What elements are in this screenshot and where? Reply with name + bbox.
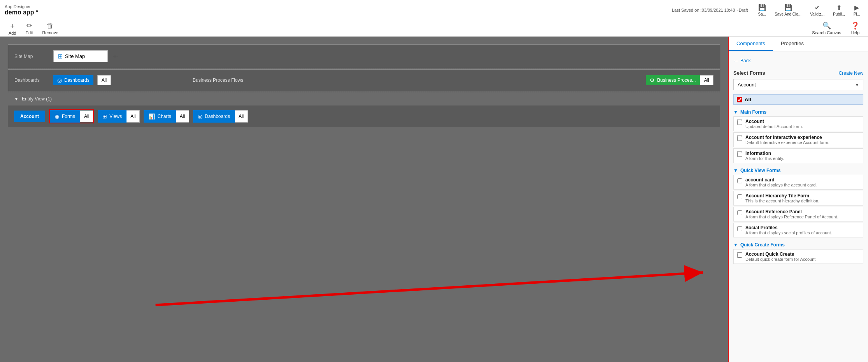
- views-all-button[interactable]: All: [127, 110, 140, 123]
- svg-line-1: [156, 272, 703, 305]
- top-bar: App Designer demo app * Last Saved on :0…: [0, 0, 868, 20]
- help-label: Help: [850, 30, 859, 35]
- right-panel: Components Properties ← Back Select Form…: [728, 37, 868, 362]
- dashboards-row: Dashboards ◎ Dashboards All Business Pro…: [8, 69, 720, 91]
- edit-label: Edit: [26, 30, 33, 35]
- form-interactive-checkbox-wrapper: [737, 135, 742, 141]
- form-account-card-checkbox[interactable]: [737, 178, 742, 183]
- properties-tab[interactable]: Properties: [773, 37, 812, 51]
- charts-button[interactable]: 📊 Charts: [144, 110, 176, 123]
- quick-create-section: ▼ Quick Create Forms Account Quick Creat…: [733, 241, 863, 264]
- views-button[interactable]: ⊞ Views: [98, 110, 127, 123]
- form-reference-panel-text: Account Reference Panel A form that disp…: [745, 209, 838, 219]
- quick-create-toggle[interactable]: ▼ Quick Create Forms: [733, 241, 863, 249]
- panel-content: ← Back Select Forms Create New Account ▼…: [729, 51, 868, 362]
- forms-all-button[interactable]: All: [80, 111, 93, 122]
- entity-view-label: Entity View (1): [22, 96, 52, 102]
- create-new-button[interactable]: Create New: [839, 70, 863, 76]
- main-forms-toggle[interactable]: ▼ Main Forms: [733, 108, 863, 116]
- quick-view-label: Quick View Forms: [740, 168, 781, 173]
- panel-tabs: Components Properties: [729, 37, 868, 51]
- quick-view-toggle-icon: ▼: [733, 168, 738, 173]
- search-canvas-button[interactable]: 🔍 Search Canvas: [808, 21, 845, 36]
- form-account-card-name: account card: [745, 177, 817, 183]
- save-close-button[interactable]: 💾 Save And Clo...: [771, 3, 805, 17]
- main-forms-label: Main Forms: [740, 109, 766, 115]
- form-reference-panel-checkbox[interactable]: [737, 210, 742, 215]
- all-checkbox-row: All: [733, 94, 863, 105]
- form-account-checkbox[interactable]: [737, 120, 742, 125]
- publish-icon: ⬆: [836, 4, 842, 11]
- entity-dashboards-button[interactable]: ◎ Dashboards: [193, 110, 235, 123]
- add-button[interactable]: ＋ Add: [5, 20, 20, 36]
- charts-all-button[interactable]: All: [176, 110, 189, 123]
- sitemap-icon: ⊞: [58, 53, 63, 60]
- publish-label: Publi...: [833, 12, 845, 16]
- form-hierarchy-tile-checkbox[interactable]: [737, 194, 742, 199]
- validate-button[interactable]: ✔ Validiz...: [807, 3, 828, 17]
- entity-dropdown[interactable]: Account: [733, 79, 863, 90]
- bpf-button[interactable]: ⚙ Business Proces...: [646, 75, 699, 85]
- remove-button[interactable]: 🗑 Remove: [39, 21, 62, 36]
- last-saved-text: Last Saved on :03/09/2021 10:48 ~Draft: [672, 8, 748, 12]
- form-account-qc-checkbox[interactable]: [737, 253, 742, 258]
- back-button[interactable]: ← Back: [733, 56, 751, 65]
- charts-group: 📊 Charts All: [144, 110, 189, 123]
- form-social-profiles-checkbox-wrapper: [737, 226, 742, 231]
- components-tab[interactable]: Components: [729, 37, 773, 51]
- entity-view-row: Account ▦ Forms All ⊞ Views All: [8, 105, 720, 127]
- help-button[interactable]: ❓ Help: [847, 21, 863, 36]
- dashboards-all-button[interactable]: All: [97, 75, 111, 85]
- entity-view-header: ▼ Entity View (1): [8, 92, 720, 105]
- save-close-icon: 💾: [784, 4, 792, 11]
- forms-button[interactable]: ▦ Forms: [50, 110, 80, 123]
- form-hierarchy-tile-desc: This is the account hierarchy definition…: [745, 199, 819, 203]
- forms-btn-label: Forms: [62, 114, 75, 119]
- form-interactive-checkbox[interactable]: [737, 136, 742, 141]
- form-reference-panel-name: Account Reference Panel: [745, 209, 838, 214]
- views-group: ⊞ Views All: [98, 110, 140, 123]
- sitemap-row: Site Map ⊞ Site Map ✏: [8, 44, 720, 68]
- form-information-checkbox-wrapper: [737, 151, 742, 157]
- bpf-group: ⚙ Business Proces... All: [646, 75, 713, 85]
- form-interactive-text: Account for Interactive experience Defau…: [745, 135, 829, 145]
- save-icon: 💾: [758, 4, 766, 11]
- bpf-all-button[interactable]: All: [700, 75, 713, 85]
- add-icon: ＋: [9, 21, 16, 30]
- play-label: Pl...: [854, 12, 860, 16]
- entity-dashboards-btn-label: Dashboards: [205, 114, 230, 119]
- form-reference-panel-desc: A form that displays Reference Panel of …: [745, 214, 838, 219]
- form-account-name: Account: [745, 119, 803, 124]
- validate-icon: ✔: [815, 4, 820, 11]
- quick-view-section: ▼ Quick View Forms account card A form t…: [733, 166, 863, 237]
- form-item-social-profiles: Social Profiles A form that displays soc…: [733, 223, 863, 237]
- form-social-profiles-checkbox[interactable]: [737, 226, 742, 231]
- sitemap-edit-button[interactable]: ✏: [112, 52, 119, 61]
- charts-icon: 📊: [148, 113, 155, 119]
- search-canvas-label: Search Canvas: [812, 30, 841, 35]
- all-checkbox[interactable]: [737, 97, 742, 102]
- dashboards-entity-button[interactable]: ◎ Dashboards: [53, 75, 93, 85]
- entity-dropdown-wrapper[interactable]: Account ▼: [733, 79, 863, 90]
- form-account-qc-name: Account Quick Create: [745, 251, 815, 257]
- entity-view-toggle[interactable]: ▼: [14, 96, 19, 102]
- account-button[interactable]: Account: [14, 111, 45, 122]
- play-button[interactable]: ▶ Pl...: [850, 3, 863, 17]
- views-icon: ⊞: [102, 113, 107, 119]
- edit-button[interactable]: ✏ Edit: [22, 21, 37, 36]
- sitemap-row-label: Site Map: [14, 54, 49, 59]
- form-account-text: Account Updated default Account form.: [745, 119, 803, 129]
- form-item-account-quick-create: Account Quick Create Default quick creat…: [733, 249, 863, 264]
- entity-dashboards-all-button[interactable]: All: [235, 110, 248, 123]
- sitemap-box[interactable]: ⊞ Site Map: [53, 50, 108, 62]
- form-social-profiles-name: Social Profiles: [745, 225, 832, 230]
- quick-view-toggle[interactable]: ▼ Quick View Forms: [733, 166, 863, 175]
- form-interactive-desc: Default Interactive experience Account f…: [745, 140, 829, 145]
- save-button[interactable]: 💾 Sa...: [755, 3, 770, 17]
- forms-group: ▦ Forms All: [49, 109, 94, 123]
- publish-button[interactable]: ⬆ Publi...: [830, 3, 848, 17]
- entity-dashboards-icon: ◎: [198, 113, 202, 119]
- main-forms-toggle-icon: ▼: [733, 109, 738, 115]
- form-information-checkbox[interactable]: [737, 152, 742, 157]
- form-item-account-interactive: Account for Interactive experience Defau…: [733, 132, 863, 147]
